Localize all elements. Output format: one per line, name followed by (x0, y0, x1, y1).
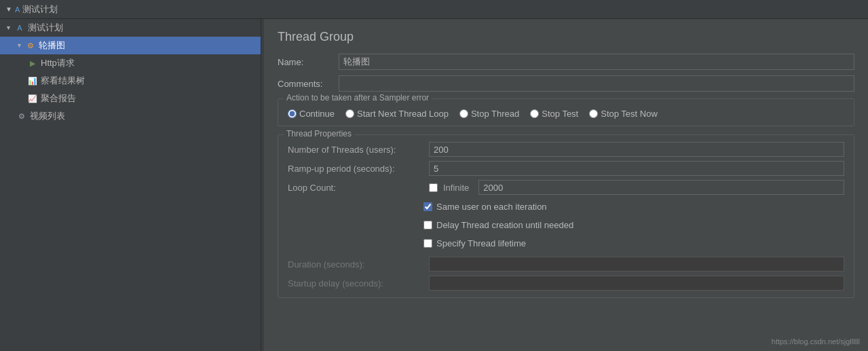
sidebar-label-polling: 轮播图 (39, 39, 65, 52)
sidebar-item-test-plan[interactable]: ▼ A 测试计划 (0, 19, 261, 37)
video-gear-icon: ⚙ (16, 111, 27, 122)
radio-stop-test-now-label: Stop Test Now (601, 109, 658, 119)
sampler-error-title: Action to be taken after a Sampler error (284, 93, 432, 103)
sidebar-item-http-request[interactable]: ▶ Http请求 (0, 54, 261, 72)
rampup-input[interactable] (429, 161, 844, 176)
radio-continue[interactable]: Continue (288, 109, 335, 119)
radio-start-next-input[interactable] (345, 109, 354, 118)
num-threads-row: Number of Threads (users): (288, 142, 844, 157)
name-row: Name: (278, 54, 854, 70)
radio-stop-thread[interactable]: Stop Thread (459, 109, 519, 119)
loop-count-input[interactable] (478, 180, 844, 195)
chevron-icon-test-plan: ▼ (5, 24, 12, 31)
specify-lifetime-checkbox[interactable] (423, 239, 432, 248)
duration-row: Duration (seconds): (288, 257, 844, 272)
aggregate-icon: 📈 (27, 93, 38, 104)
same-user-label: Same user on each iteration (436, 202, 547, 212)
main-layout: ▼ A 测试计划 ▼ ⚙ 轮播图 ▶ Http请求 📊 察看结果树 📈 聚合报告… (0, 19, 868, 351)
sidebar-label-aggregate-report: 聚合报告 (41, 92, 76, 105)
radio-stop-thread-input[interactable] (459, 109, 468, 118)
chevron-icon-polling: ▼ (16, 42, 22, 49)
results-icon: 📊 (27, 75, 38, 86)
thread-props-title: Thread Properties (284, 129, 354, 138)
sidebar-item-view-results[interactable]: 📊 察看结果树 (0, 72, 261, 90)
loop-count-label: Loop Count: (288, 183, 423, 193)
watermark: https://blog.csdn.net/sjgllllll (772, 337, 860, 346)
num-threads-label: Number of Threads (users): (288, 145, 423, 155)
delay-thread-row[interactable]: Delay Thread creation until needed (423, 220, 844, 230)
specify-lifetime-label: Specify Thread lifetime (436, 238, 526, 248)
duration-label: Duration (seconds): (288, 259, 423, 270)
loop-count-row: Loop Count: Infinite (288, 180, 844, 195)
content-panel: Thread Group Name: Comments: Action to b… (264, 19, 868, 351)
menu-test-plan-label: 测试计划 (22, 3, 58, 16)
thread-props-grid: Number of Threads (users): Ramp-up perio… (288, 142, 844, 291)
comments-input[interactable] (339, 75, 854, 92)
sidebar: ▼ A 测试计划 ▼ ⚙ 轮播图 ▶ Http请求 📊 察看结果树 📈 聚合报告… (0, 19, 261, 351)
radio-continue-label: Continue (299, 109, 335, 119)
same-user-row[interactable]: Same user on each iteration (423, 202, 844, 212)
radio-continue-input[interactable] (288, 109, 297, 118)
infinite-label: Infinite (443, 183, 469, 193)
gear-icon: ⚙ (25, 40, 36, 51)
specify-lifetime-row[interactable]: Specify Thread lifetime (423, 238, 844, 248)
name-input[interactable] (339, 54, 854, 70)
http-icon: ▶ (27, 58, 38, 69)
plan-icon: A (14, 22, 25, 33)
menu-bar: ▼ A 测试计划 (0, 0, 868, 19)
radio-stop-test-label: Stop Test (542, 109, 578, 119)
action-radio-group: Continue Start Next Thread Loop Stop Thr… (288, 109, 844, 119)
sidebar-item-aggregate-report[interactable]: 📈 聚合报告 (0, 90, 261, 107)
comments-label: Comments: (278, 79, 339, 89)
rampup-row: Ramp-up period (seconds): (288, 161, 844, 176)
startup-delay-label: Startup delay (seconds): (288, 278, 423, 289)
delay-thread-label: Delay Thread creation until needed (436, 220, 573, 230)
radio-stop-thread-label: Stop Thread (471, 109, 519, 119)
sidebar-item-polling[interactable]: ▼ ⚙ 轮播图 (0, 37, 261, 54)
rampup-label: Ramp-up period (seconds): (288, 164, 423, 174)
startup-delay-row: Startup delay (seconds): (288, 276, 844, 291)
same-user-checkbox[interactable] (423, 202, 432, 211)
sidebar-label-test-plan: 测试计划 (28, 22, 63, 34)
radio-stop-test-input[interactable] (530, 109, 539, 118)
triangle-icon: ▼ (5, 5, 12, 13)
sidebar-label-http-request: Http请求 (41, 57, 75, 69)
sampler-error-section: Action to be taken after a Sampler error… (278, 98, 854, 126)
sidebar-label-view-results: 察看结果树 (41, 75, 85, 87)
duration-input[interactable] (429, 257, 844, 272)
radio-stop-test-now[interactable]: Stop Test Now (589, 109, 658, 119)
panel-title: Thread Group (278, 30, 854, 44)
thread-props-section: Thread Properties Number of Threads (use… (278, 134, 854, 298)
radio-start-next-label: Start Next Thread Loop (357, 109, 449, 119)
radio-stop-test-now-input[interactable] (589, 109, 598, 118)
menu-item-test-plan[interactable]: ▼ A 测试计划 (5, 3, 58, 16)
comments-row: Comments: (278, 75, 854, 92)
delay-thread-checkbox[interactable] (423, 221, 432, 229)
sidebar-label-video-list: 视频列表 (30, 110, 65, 122)
plan-icon: A (15, 5, 20, 14)
radio-stop-test[interactable]: Stop Test (530, 109, 578, 119)
num-threads-input[interactable] (429, 142, 844, 157)
infinite-checkbox[interactable] (429, 183, 438, 192)
radio-start-next[interactable]: Start Next Thread Loop (345, 109, 449, 119)
name-label: Name: (278, 57, 339, 67)
sidebar-item-video-list[interactable]: ⚙ 视频列表 (0, 107, 261, 125)
startup-delay-input[interactable] (429, 276, 844, 291)
